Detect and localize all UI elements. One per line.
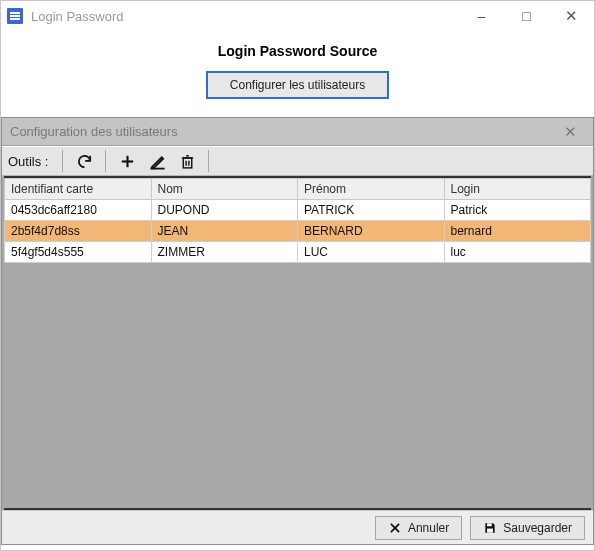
close-icon[interactable]: ✕ bbox=[549, 1, 594, 31]
cell-nom[interactable]: ZIMMER bbox=[151, 242, 298, 263]
table-header-row: Identifiant carte Nom Prénom Login bbox=[5, 179, 591, 200]
cell-login[interactable]: bernard bbox=[444, 221, 591, 242]
toolbar-separator bbox=[105, 150, 106, 172]
configure-users-button[interactable]: Configurer les utilisateurs bbox=[206, 71, 389, 99]
panel-title: Configuration des utilisateurs bbox=[10, 124, 555, 139]
refresh-icon[interactable] bbox=[71, 149, 97, 173]
titlebar: Login Password – □ ✕ bbox=[1, 1, 594, 31]
cell-prenom[interactable]: BERNARD bbox=[298, 221, 445, 242]
users-table: Identifiant carte Nom Prénom Login 0453d… bbox=[4, 178, 591, 263]
toolbar-label: Outils : bbox=[8, 154, 48, 169]
app-icon bbox=[7, 8, 23, 24]
col-nom[interactable]: Nom bbox=[151, 179, 298, 200]
cell-id[interactable]: 5f4gf5d4s555 bbox=[5, 242, 152, 263]
cancel-icon bbox=[388, 521, 402, 535]
cell-id[interactable]: 2b5f4d7d8ss bbox=[5, 221, 152, 242]
users-config-panel: Configuration des utilisateurs ✕ Outils … bbox=[1, 117, 594, 545]
save-label: Sauvegarder bbox=[503, 521, 572, 535]
cell-login[interactable]: luc bbox=[444, 242, 591, 263]
cancel-label: Annuler bbox=[408, 521, 449, 535]
panel-close-icon[interactable]: ✕ bbox=[555, 123, 585, 141]
cell-nom[interactable]: JEAN bbox=[151, 221, 298, 242]
cell-nom[interactable]: DUPOND bbox=[151, 200, 298, 221]
table-empty-area bbox=[4, 263, 591, 510]
col-prenom[interactable]: Prénom bbox=[298, 179, 445, 200]
svg-rect-10 bbox=[487, 523, 492, 526]
panel-footer: Annuler Sauvegarder bbox=[2, 510, 593, 544]
table-row[interactable]: 2b5f4d7d8ssJEANBERNARDbernard bbox=[5, 221, 591, 242]
delete-icon[interactable] bbox=[174, 149, 200, 173]
svg-rect-11 bbox=[487, 528, 493, 532]
save-button[interactable]: Sauvegarder bbox=[470, 516, 585, 540]
cell-login[interactable]: Patrick bbox=[444, 200, 591, 221]
save-icon bbox=[483, 521, 497, 535]
table-row[interactable]: 0453dc6aff2180DUPONDPATRICKPatrick bbox=[5, 200, 591, 221]
cell-prenom[interactable]: PATRICK bbox=[298, 200, 445, 221]
page-title: Login Password Source bbox=[1, 31, 594, 71]
cancel-button[interactable]: Annuler bbox=[375, 516, 462, 540]
configure-row: Configurer les utilisateurs bbox=[1, 71, 594, 117]
cell-id[interactable]: 0453dc6aff2180 bbox=[5, 200, 152, 221]
toolbar-separator bbox=[208, 150, 209, 172]
toolbar: Outils : bbox=[2, 146, 593, 176]
add-icon[interactable] bbox=[114, 149, 140, 173]
edit-icon[interactable] bbox=[144, 149, 170, 173]
minimize-icon[interactable]: – bbox=[459, 1, 504, 31]
toolbar-separator bbox=[62, 150, 63, 172]
cell-prenom[interactable]: LUC bbox=[298, 242, 445, 263]
col-login[interactable]: Login bbox=[444, 179, 591, 200]
window-title: Login Password bbox=[31, 9, 459, 24]
svg-rect-3 bbox=[183, 157, 192, 167]
panel-titlebar: Configuration des utilisateurs ✕ bbox=[2, 118, 593, 146]
window-controls: – □ ✕ bbox=[459, 1, 594, 31]
maximize-icon[interactable]: □ bbox=[504, 1, 549, 31]
col-identifiant[interactable]: Identifiant carte bbox=[5, 179, 152, 200]
table-row[interactable]: 5f4gf5d4s555ZIMMERLUCluc bbox=[5, 242, 591, 263]
users-table-wrap: Identifiant carte Nom Prénom Login 0453d… bbox=[4, 176, 591, 510]
